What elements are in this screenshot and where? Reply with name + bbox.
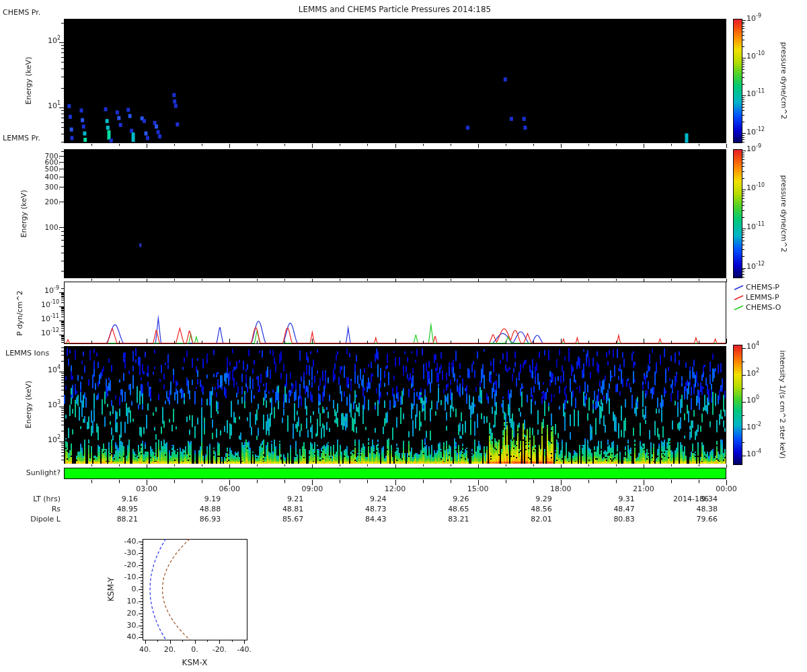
orbit-xtick: 40. xyxy=(132,646,159,655)
axis-row-label: Rs xyxy=(7,505,61,514)
orbit-xlabel: KSM-X xyxy=(175,659,215,668)
panel-label-chems-pr: CHEMS Pr. xyxy=(3,9,40,17)
p3-ytick: 10-12 xyxy=(26,329,59,338)
p3-ytick: 10-11 xyxy=(26,315,59,324)
p2-ytick: 500. xyxy=(27,165,61,173)
p2-ytick: 300. xyxy=(27,183,61,191)
time-tick-label: 21:00 xyxy=(627,485,660,494)
cb2-tick: 10-9 xyxy=(746,145,761,154)
cb2-tick: 10-12 xyxy=(746,263,765,271)
orbit-xtick: 20. xyxy=(157,646,184,655)
p1-ytick: 101 xyxy=(27,102,61,111)
orbit-ylabel: KSM-Y xyxy=(107,577,116,601)
time-tick-label: 09:00 xyxy=(296,485,328,494)
axis-row-value: 85.67 xyxy=(263,515,303,524)
p1-ylabel: Energy (keV) xyxy=(25,57,34,105)
axis-row-value: 83.21 xyxy=(429,515,469,524)
time-tick-label: 03:00 xyxy=(130,485,163,494)
axis-row-value: 48.81 xyxy=(263,505,303,514)
cb3-tick: 102 xyxy=(746,370,759,378)
p2-ytick: 100. xyxy=(27,223,61,231)
axis-row-value: 9.34 xyxy=(677,495,718,504)
axis-row-value: 48.38 xyxy=(677,505,718,514)
sunlight-label: Sunlight? xyxy=(7,469,61,478)
p3-ylabel: P dyn/cm^2 xyxy=(16,290,25,335)
axis-row-value: 9.16 xyxy=(98,495,138,504)
cb1-tick: 10-9 xyxy=(746,15,761,24)
panel-label-lemms-pr: LEMMS Pr. xyxy=(3,134,40,143)
axis-row-value: 48.56 xyxy=(512,505,552,514)
cb1-unit-label: pressure dyne/cm^2 xyxy=(779,42,788,120)
axis-row-value: 9.29 xyxy=(512,495,552,504)
cb2-unit-label: pressure dyne/cm^2 xyxy=(779,175,788,253)
time-tick-label: 06:00 xyxy=(213,485,245,494)
axis-row-label: Dipole L xyxy=(7,515,61,524)
p1-ytick: 102 xyxy=(27,37,61,46)
legend-label-chems-p: CHEMS-P xyxy=(746,284,779,292)
orbit-xtick: -40. xyxy=(231,646,258,655)
axis-row-value: 9.26 xyxy=(429,495,469,504)
axis-row-value: 84.43 xyxy=(346,515,387,524)
axis-row-value: 9.31 xyxy=(594,495,635,504)
axis-row-value: 48.47 xyxy=(594,505,635,514)
p4-ytick: 102 xyxy=(27,436,61,445)
axis-row-value: 48.88 xyxy=(180,505,221,514)
orbit-ytick: -40. xyxy=(112,538,139,546)
cb3-unit-label: intensity 1/(s cm^2 ster keV) xyxy=(778,350,787,458)
axis-row-value: 48.65 xyxy=(429,505,469,514)
axis-row-value: 82.01 xyxy=(512,515,552,524)
p2-ytick: 200. xyxy=(27,198,61,206)
p4-ytick: 104 xyxy=(27,366,61,375)
axis-row-value: 9.19 xyxy=(180,495,221,504)
orbit-xtick: 0. xyxy=(182,646,208,655)
cb3-tick: 10-2 xyxy=(746,423,761,432)
legend-label-chems-o: CHEMS-O xyxy=(746,304,781,312)
cb3-tick: 10-4 xyxy=(746,450,761,459)
time-tick-label: 18:00 xyxy=(545,485,577,494)
time-tick-label: 00:00 xyxy=(710,485,742,494)
spectrogram-canvas xyxy=(0,0,807,672)
axis-row-label: LT (hrs) xyxy=(7,495,61,504)
cb3-tick: 100 xyxy=(746,396,759,405)
orbit-ytick: -20. xyxy=(112,561,139,570)
cb1-tick: 10-12 xyxy=(746,128,765,137)
time-tick-label: 15:00 xyxy=(462,485,494,494)
orbit-ytick: 30. xyxy=(112,622,139,630)
orbit-xtick: -20. xyxy=(206,646,233,655)
p3-ytick: 10-10 xyxy=(26,301,59,310)
panel-label-lemms-ions: LEMMS Ions xyxy=(5,349,49,358)
p4-ytick: 103 xyxy=(27,401,61,410)
p3-ytick: 10-9 xyxy=(26,287,59,296)
cb2-tick: 10-10 xyxy=(746,184,765,193)
cb3-tick: 104 xyxy=(746,343,759,351)
orbit-ytick: 20. xyxy=(112,610,139,618)
axis-row-value: 48.73 xyxy=(346,505,387,514)
cb2-tick: 10-11 xyxy=(746,223,765,232)
axis-row-value: 9.24 xyxy=(346,495,387,504)
time-tick-label: 12:00 xyxy=(379,485,412,494)
axis-row-value: 79.66 xyxy=(677,515,718,524)
cb1-tick: 10-11 xyxy=(746,90,765,99)
axis-row-value: 80.83 xyxy=(594,515,635,524)
axis-row-value: 9.21 xyxy=(263,495,303,504)
p2-ytick: 400. xyxy=(27,173,61,181)
axis-row-value: 88.21 xyxy=(98,515,138,524)
page-title: LEMMS and CHEMS Particle Pressures 2014:… xyxy=(299,5,492,15)
axis-row-value: 48.95 xyxy=(98,505,138,514)
plot-page: LEMMS and CHEMS Particle Pressures 2014:… xyxy=(0,0,807,672)
axis-row-value: 86.93 xyxy=(180,515,221,524)
orbit-ytick: 40. xyxy=(112,633,139,642)
legend-label-lemms-p: LEMMS-P xyxy=(746,294,779,302)
orbit-ytick: -30. xyxy=(112,549,139,558)
cb1-tick: 10-10 xyxy=(746,52,765,61)
